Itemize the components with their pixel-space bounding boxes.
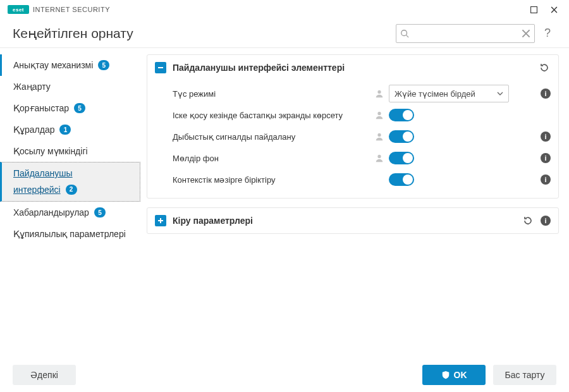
window-maximize-button[interactable]: [523, 1, 544, 18]
svg-point-3: [377, 90, 381, 94]
sidebar-item-label-line2: интерфейсі: [13, 185, 61, 196]
row-label: Түс режимі: [173, 89, 375, 99]
sidebar-item-label: Қосылу мүмкіндігі: [13, 146, 88, 156]
ok-button[interactable]: OK: [422, 365, 486, 385]
clear-search-icon[interactable]: [522, 29, 530, 38]
row-color-mode: Түс режимі Жүйе түсімен бірдей i: [173, 83, 551, 104]
splash-toggle[interactable]: [389, 109, 414, 121]
chevron-down-icon: [497, 90, 503, 97]
sidebar-badge: 1: [59, 125, 71, 135]
sidebar-item-label: Құралдар: [13, 125, 54, 135]
row-label: Дыбыстық сигналды пайдалану: [173, 132, 375, 142]
user-icon: [375, 154, 384, 162]
sidebar: Анықтау механизмі 5 Жаңарту Қорғаныстар …: [0, 48, 140, 358]
panel-login-params: Кіру параметрлері i: [147, 207, 559, 234]
window-close-button[interactable]: [544, 1, 564, 18]
sidebar-item-label: Хабарландырулар: [13, 207, 89, 217]
sidebar-item-detection[interactable]: Анықтау механизмі 5: [0, 54, 140, 76]
panel-title: Кіру параметрлері: [173, 216, 522, 226]
sidebar-item-privacy[interactable]: Құпиялылық параметрлері: [0, 223, 140, 245]
row-context: Контекстік мәзірге біріктіру i: [173, 169, 551, 190]
svg-point-1: [401, 30, 407, 35]
sidebar-badge: 5: [74, 103, 85, 113]
sound-toggle[interactable]: [389, 130, 414, 143]
search-field[interactable]: [396, 24, 535, 43]
sidebar-badge: 2: [66, 185, 77, 195]
help-button[interactable]: ?: [539, 24, 556, 43]
row-splash: Іске қосу кезінде бастапқы экранды көрсе…: [173, 104, 551, 126]
main-content: Пайдаланушы интерфейсі элементтері Түс р…: [140, 48, 569, 358]
panel-title: Пайдаланушы интерфейсі элементтері: [173, 63, 538, 73]
titlebar: eset INTERNET SECURITY: [0, 0, 569, 19]
color-mode-select[interactable]: Жүйе түсімен бірдей: [389, 85, 509, 102]
panel-body: Түс режимі Жүйе түсімен бірдей i Іске қо…: [147, 80, 558, 198]
sidebar-item-label: Жаңарту: [13, 82, 51, 92]
sidebar-item-label: Құпиялылық параметрлері: [13, 229, 126, 239]
svg-rect-0: [530, 6, 537, 13]
info-icon[interactable]: i: [541, 132, 551, 142]
sidebar-item-tools[interactable]: Құралдар 1: [0, 119, 140, 140]
ok-button-label: OK: [454, 370, 467, 380]
panel-ui-elements: Пайдаланушы интерфейсі элементтері Түс р…: [147, 54, 559, 199]
sidebar-item-notifications[interactable]: Хабарландырулар 5: [0, 202, 140, 223]
info-icon[interactable]: i: [541, 153, 551, 163]
sidebar-item-protections[interactable]: Қорғаныстар 5: [0, 97, 140, 119]
brand-product: INTERNET SECURITY: [33, 6, 110, 13]
sidebar-item-label: Қорғаныстар: [13, 103, 69, 113]
svg-rect-2: [158, 67, 163, 68]
row-label: Мөлдір фон: [173, 154, 375, 163]
select-value: Жүйе түсімен бірдей: [395, 89, 475, 99]
sidebar-item-connectivity[interactable]: Қосылу мүмкіндігі: [0, 140, 140, 162]
sidebar-item-label: Анықтау механизмі: [13, 60, 93, 70]
search-input[interactable]: [409, 28, 522, 38]
user-icon: [375, 111, 384, 119]
user-icon: [375, 89, 384, 98]
info-icon[interactable]: i: [541, 175, 551, 185]
svg-rect-8: [158, 220, 163, 221]
row-label: Іске қосу кезінде бастапқы экранды көрсе…: [173, 111, 375, 120]
expand-icon[interactable]: [155, 215, 166, 226]
context-toggle[interactable]: [389, 173, 414, 186]
sidebar-item-label: Пайдаланушы: [13, 168, 73, 180]
reset-icon[interactable]: [522, 214, 534, 227]
brand-logo: eset: [8, 5, 29, 14]
row-sound: Дыбыстық сигналды пайдалану i: [173, 126, 551, 147]
brand: eset INTERNET SECURITY: [8, 5, 110, 14]
row-transparent: Мөлдір фон i: [173, 147, 551, 169]
transparent-toggle[interactable]: [389, 152, 414, 164]
page-title: Кеңейтілген орнату: [13, 26, 133, 41]
sidebar-item-user-interface[interactable]: Пайдаланушы интерфейсі 2: [0, 162, 140, 202]
svg-point-6: [377, 155, 381, 158]
sidebar-badge: 5: [94, 207, 106, 217]
collapse-icon[interactable]: [155, 62, 166, 73]
panel-header: Кіру параметрлері i: [147, 208, 558, 233]
sidebar-badge: 5: [98, 60, 109, 70]
shield-icon: [441, 371, 450, 379]
header: Кеңейтілген орнату ?: [0, 19, 569, 48]
footer: Әдепкі OK Бас тарту: [0, 358, 569, 392]
default-button[interactable]: Әдепкі: [13, 365, 76, 385]
info-icon[interactable]: i: [541, 89, 551, 99]
sidebar-item-update[interactable]: Жаңарту: [0, 76, 140, 97]
panel-header: Пайдаланушы интерфейсі элементтері: [147, 55, 558, 80]
user-icon: [375, 132, 384, 141]
svg-point-4: [377, 112, 381, 115]
row-label: Контекстік мәзірге біріктіру: [173, 175, 375, 185]
cancel-button[interactable]: Бас тарту: [493, 365, 556, 385]
reset-icon[interactable]: [538, 61, 551, 74]
info-icon[interactable]: i: [541, 216, 551, 226]
search-icon: [400, 29, 409, 38]
svg-point-5: [377, 133, 381, 137]
